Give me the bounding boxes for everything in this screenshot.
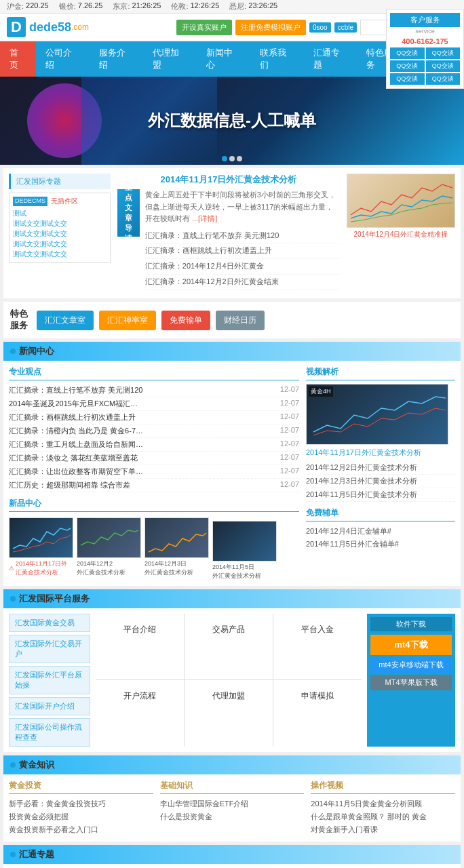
brand-logo-1: 0soo [309,22,331,33]
news-img-2: 2014年12月2外汇黄金技术分析 [77,517,141,580]
read-more-link[interactable]: ...[详情] [192,214,217,222]
platform-cell-products[interactable]: 交易产品 [185,614,273,680]
news-img-3: 2014年12月3日外汇黄金技术分析 [144,517,209,580]
news-img-2-caption: 2014年12月2外汇黄金技术分析 [77,559,141,577]
service-qq-2[interactable]: QQ交谈 [426,47,461,59]
service-buttons-section: 特色服务 汇汇文章室 汇汇神率室 免费输单 财经日历 [3,302,461,338]
forex-title: 汇通专题 [19,848,54,861]
nav-item-about[interactable]: 公司介绍 [36,41,90,77]
service-qq-4[interactable]: QQ交谈 [426,60,461,72]
nav-item-services[interactable]: 服务介绍 [90,41,143,77]
demo-account-button[interactable]: 注册免费模拟账户 [235,20,306,35]
news-right-item-3[interactable]: 2014年11月5日外汇黄金技术分析 [306,488,455,502]
platform-nav-3[interactable]: 汇发国际外汇平台原始操 [9,666,90,694]
special-section: 汇发国际专题 DEDECMS 无插件区 测试 测试文交测试文交 测试文交测试文交… [3,168,461,298]
news-item-5: 汇汇摘录：重工月线上盘面及给自新闻和今日早报 12-07 [9,438,299,452]
forex-room-button[interactable]: 汇汇文章室 [37,311,94,330]
download-apple-button[interactable]: MT4苹果版下载 [370,675,452,690]
gold-content: 黄金投资 新手必看：黄金黄金投资技巧 投资黄金必须把握 黄金投资新手必看之入门口… [3,774,461,842]
gold-title: 黄金知识 [19,759,54,771]
service-qq-3[interactable]: QQ交谈 [390,60,425,72]
platform-cell-agency[interactable]: 代理加盟 [185,680,273,747]
calendar-button[interactable]: 财经日历 [216,311,265,330]
platform-nav-1[interactable]: 汇发国际黄金交易 [9,614,90,632]
news-images: ⚠ 2014年11月17日外汇黄金技术分析 2014年12月2外汇黄金技术分析 [9,517,299,580]
news-img-main: ⚠ 2014年11月17日外汇黄金技术分析 [9,517,73,580]
platform-nav-4[interactable]: 汇发国际开户介绍 [9,697,90,715]
gold-basics-1[interactable]: 李山华管理国际金ETF介绍 [160,797,305,810]
platform-cell-deposit[interactable]: 平台入金 [273,614,362,680]
service-qq-6[interactable]: QQ交谈 [426,73,461,85]
test-noplugin: 无插件区 [51,197,78,206]
special-right: 2014年12月4日外汇黄金精准择 [347,174,455,293]
article-date-item-4: 汇汇摘录：2014年12月2日外汇黄金结束 [145,275,340,290]
gold-col-basics: 基础知识 李山华管理国际金ETF介绍 什么是投资黄金 [160,780,305,836]
platform-cell-intro[interactable]: 平台介绍 [96,614,184,680]
gold-invest-1[interactable]: 新手必看：黄金黄金投资技巧 [9,797,153,810]
download-mt4-button[interactable]: mt4下载 [370,635,452,655]
banner: 外汇数据信息-人工喊单 [0,77,464,165]
free-item-2[interactable]: 2014年11月5日外汇金辅单# [306,538,455,551]
open-account-button[interactable]: 开设真实账户 [176,20,232,35]
brand-logo-2: ccble [334,22,357,33]
gold-video-3[interactable]: 对黄金新手入门看课 [311,823,455,836]
service-qq-grid: QQ交谈 QQ交谈 QQ交谈 QQ交谈 QQ交谈 QQ交谈 [390,47,460,85]
news-right-main-link[interactable]: 2014年11月17日外汇黄金技术分析 [306,448,455,458]
logo-com: .com [71,22,89,32]
gold-basics-title: 基础知识 [160,780,305,794]
ticker-item-gold: 沪金: 220.25 [7,1,49,12]
platform-left-nav: 汇发国际黄金交易 汇发国际外汇交易开户 汇发国际外汇平台原始操 汇发国际开户介绍… [9,614,90,747]
service-phone: 400-6162-175 [390,35,460,47]
gold-video-1[interactable]: 2014年11月5日黄金黄金分析回顾 [311,797,455,810]
article-date-list: 汇汇摘录：直线上行笔不放弃 美元测120 汇汇摘录：画框跳线上行初次通盖上升 汇… [145,229,340,290]
gold-video-2[interactable]: 什么是跟单黄金照顾？ 那时的 黄金 [311,810,455,823]
nav-item-contact[interactable]: 联系我们 [250,41,304,77]
news-img-1[interactable] [9,517,73,558]
ticker-item-tokyo: 东京: 21:26:25 [113,1,161,12]
news-professional-title: 专业观点 [9,366,299,380]
news-right-img[interactable]: 黄金4H [306,384,448,445]
test-box: DEDECMS 无插件区 测试 测试文交测试文交 测试文交测试文交 测试文交测试… [9,193,111,263]
download-android-button[interactable]: mt4安卓移动端下载 [370,657,452,673]
forex-header: 汇通专题 [3,845,461,864]
news-right-title: 视频解析 [306,366,455,380]
platform-cell-demo[interactable]: 申请模拟 [273,680,362,747]
article-chart [347,174,455,228]
news-left-col: 专业观点 汇汇摘录：直线上行笔不放弃 美元测120 12-07 2014年圣诞及… [9,366,299,580]
news-img-1-caption: ⚠ 2014年11月17日外汇黄金技术分析 [9,559,73,577]
news-title: 新闻中心 [19,345,54,357]
nav-item-franchise[interactable]: 代理加盟 [143,41,197,77]
chart-svg [347,174,455,228]
platform-nav-2[interactable]: 汇发国际外汇交易开户 [9,635,90,663]
platform-nav-5[interactable]: 汇发国际公司操作流程查查 [9,718,90,747]
service-qq-1[interactable]: QQ交谈 [390,47,425,59]
brand-logos: 0soo ccble [309,22,357,33]
nav-item-news[interactable]: 新闻中心 [197,41,250,77]
chart-link[interactable]: 2014年12月4日外汇黄金精准择 [347,230,455,239]
gold-basics-2[interactable]: 什么是投资黄金 [160,810,305,823]
forex-signal-button[interactable]: 汇汇神率室 [99,311,156,330]
news-right-item-2[interactable]: 2014年12月3日外汇黄金技术分析 [306,475,455,488]
download-title: 软件下载 [370,617,452,631]
news-item-4: 汇汇摘录：清橙内负 当此乃是 黄金6-7天无力 12-07 [9,425,299,438]
nav-item-forex[interactable]: 汇通专题 [304,41,357,77]
free-order-button[interactable]: 免费输单 [161,311,210,330]
platform-cell-open[interactable]: 开户流程 [96,680,184,747]
news-right-item-1[interactable]: 2014年12月2日外汇黄金技术分析 [306,461,455,475]
gold-video-title: 操作视频 [311,780,455,794]
banner-area: 外汇数据信息-人工喊单 客户服务 service 400-6162-175 QQ… [0,77,464,165]
gold-invest-2[interactable]: 投资黄金必须把握 [9,810,153,823]
special-title: 汇发国际专题 [9,174,111,189]
platform-section: 汇发国际平台服务 汇发国际黄金交易 汇发国际外汇交易开户 汇发国际外汇平台原始操… [3,589,461,752]
service-label: 特色服务 [10,309,28,332]
banner-text: 外汇数据信息-人工喊单 [148,110,316,132]
service-title: 客户服务 [390,13,460,27]
service-qq-5[interactable]: QQ交谈 [390,73,425,85]
news-content: 专业观点 汇汇摘录：直线上行笔不放弃 美元测120 12-07 2014年圣诞及… [3,361,461,586]
service-panel: 客户服务 service 400-6162-175 QQ交谈 QQ交谈 QQ交谈… [386,9,464,89]
special-center: 2014年11月17日外汇黄金技术分析 重点文章导读 黄金上周五处于下半时间段将… [117,174,340,293]
article-content: 黄金上周五处于下半时间段将被析3小时前的三角形交叉，但盘上渐进每天人逆转，一早上… [145,189,340,290]
nav-item-home[interactable]: 首页 [0,41,36,77]
free-item-1[interactable]: 2014年12月4日汇金辅单# [306,525,455,538]
gold-invest-3[interactable]: 黄金投资新手必看之入门口 [9,823,153,836]
